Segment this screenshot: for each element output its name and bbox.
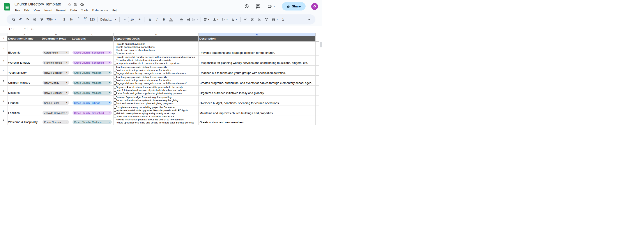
chip-dropdown-arrow[interactable]: ▼ [108,102,110,104]
undo-button[interactable]: ↶ [17,16,24,23]
cell-location[interactable]: Grace Church - Springfield▼ [71,42,114,55]
insert-link-button[interactable] [242,16,249,23]
cell-description[interactable]: Maintains and improves church buildings … [199,106,316,116]
location-dropdown-chip[interactable]: Grace Church - Billings▼ [72,101,112,105]
header-cell-department-head[interactable]: Department Head [41,36,71,41]
cell-department-goals[interactable]: _Complete sanctuary remodeling project b… [114,106,199,116]
cell-description[interactable]: Responsible for planning weekly services… [199,55,316,66]
cell-department-head[interactable]: Aaron Nixon▼ [41,42,71,55]
comment-history-icon[interactable] [255,3,261,9]
column-header-e-selected[interactable]: E [199,33,316,36]
paint-format-button[interactable] [38,16,45,23]
format-percent-button[interactable]: % [68,16,75,23]
collapse-toolbar-button[interactable] [305,16,312,23]
cell-department-name[interactable]: Worship & Music [8,55,41,66]
cell-empty-f[interactable] [316,55,319,66]
cell-empty-f[interactable] [316,66,319,76]
chip-dropdown-arrow[interactable]: ▼ [66,102,68,104]
name-box[interactable]: E19 ▼ [0,27,26,31]
format-currency-button[interactable]: $ [61,16,68,23]
decrease-font-size-button[interactable]: − [121,16,128,23]
more-formats-button[interactable]: 123 [89,16,96,23]
increase-font-size-button[interactable]: + [136,16,143,23]
cell-department-head[interactable]: Francine Iglesia▼ [41,55,71,66]
cell-department-goals[interactable]: _Develop 3-year budget forecast to guide… [114,96,199,106]
cell-location[interactable]: Grace Church - Madison▼ [71,76,114,86]
location-dropdown-chip[interactable]: Grace Church - Madison▼ [72,71,112,75]
menu-insert[interactable]: Insert [42,8,54,13]
location-dropdown-chip[interactable]: Grace Church - Madison▼ [72,91,112,95]
decrease-decimal-button[interactable]: .0← [75,16,82,23]
cell-department-name[interactable]: Eldership [8,42,41,55]
row-header-9[interactable]: 9 [0,116,8,125]
font-select[interactable]: Defaul...▼ [99,16,118,23]
header-cell-department-goals[interactable]: Department Goals [114,36,199,41]
font-size-input[interactable]: 10 [128,17,136,22]
cell-description[interactable]: Creates programs, curriculum, and events… [199,76,316,86]
cell-description[interactable]: Provides leadership and strategic direct… [199,42,316,55]
cell-department-goals[interactable]: _Provide impactful Sunday services with … [114,55,199,66]
redo-button[interactable]: ↷ [24,16,31,23]
horizontal-align-button[interactable]: ▼ [202,16,211,23]
table-views-button[interactable]: ▼ [270,16,280,23]
cell-description[interactable]: Organizes outreach initiatives locally a… [199,86,316,96]
formula-input[interactable] [34,26,322,32]
column-header-b[interactable]: B [41,33,71,36]
chip-dropdown-arrow[interactable]: ▼ [66,52,68,53]
insert-comment-button[interactable] [249,16,256,23]
fill-color-button[interactable] [178,16,185,23]
department-head-dropdown-chip[interactable]: Harwilll Bricksey▼ [42,71,69,75]
chip-dropdown-arrow[interactable]: ▼ [66,72,68,73]
cell-department-goals[interactable]: _Teach age-appropriate biblical lessons … [114,66,199,76]
chip-dropdown-arrow[interactable]: ▼ [66,82,68,84]
chip-dropdown-arrow[interactable]: ▼ [108,112,110,114]
cell-empty-f[interactable] [316,86,319,96]
cell-description[interactable]: Oversees budget, donations, spending for… [199,96,316,106]
header-cell-department-name[interactable]: Department Name [8,36,41,41]
print-button[interactable] [31,16,38,23]
column-header-c[interactable]: C [71,33,114,36]
chip-dropdown-arrow[interactable]: ▼ [66,121,68,123]
cell-department-head[interactable]: Zenaida Cervantes▼ [41,106,71,116]
vertical-align-button[interactable]: ▼ [211,16,220,23]
increase-decimal-button[interactable]: .00→ [82,16,89,23]
share-button[interactable]: Share [282,2,306,10]
location-dropdown-chip[interactable]: Grace Church - Madison▼ [72,81,112,85]
column-header-a[interactable]: A [8,33,41,36]
sheets-logo-icon[interactable] [4,3,10,11]
cell-department-goals[interactable]: _Organize 4 local outreach events this y… [114,86,199,96]
cell-location[interactable]: Grace Church - Springfield▼ [71,55,114,66]
row-header-3[interactable]: 3 [0,55,8,66]
vertical-scrollbar[interactable] [319,32,322,125]
cell-empty-f[interactable] [316,96,319,106]
cell-location[interactable]: Grace Church - Madison▼ [71,116,114,125]
row-header-5[interactable]: 5 [0,76,8,86]
chip-dropdown-arrow[interactable]: ▼ [66,62,68,63]
location-dropdown-chip[interactable]: Grace Church - Springfield▼ [72,111,112,115]
cell-department-name[interactable]: Children Ministry [8,76,41,86]
cell-location[interactable]: Grace Church - Billings▼ [71,96,114,106]
cell-department-head[interactable]: Shaine Fuller▼ [41,96,71,106]
strikethrough-button[interactable]: S [160,16,167,23]
header-cell-locations[interactable]: Locations [71,36,114,41]
cell-location[interactable]: Grace Church - Madison▼ [71,66,114,76]
row-header-1[interactable]: 1 [0,36,8,41]
cell-department-name[interactable]: Missions [8,86,41,96]
scrollbar-thumb[interactable] [320,42,322,47]
cell-department-head[interactable]: Roary Moody▼ [41,76,71,86]
menu-data[interactable]: Data [68,8,79,13]
text-wrap-button[interactable]: ▼ [220,16,230,23]
department-head-dropdown-chip[interactable]: Shaine Fuller▼ [42,101,69,105]
cell-department-head[interactable]: Xenos Norman▼ [41,116,71,125]
cell-department-name[interactable]: Welcome & Hospitality [8,116,41,125]
row-header-7[interactable]: 7 [0,96,8,106]
menu-help[interactable]: Help [110,8,120,13]
cell-department-name[interactable]: Youth Ministry [8,66,41,76]
chip-dropdown-arrow[interactable]: ▼ [108,82,110,84]
menu-view[interactable]: View [32,8,42,13]
row-header-4[interactable]: 4 [0,66,8,76]
cell-description[interactable]: Greets visitors and new members. [199,116,316,125]
cell-department-head[interactable]: Harwilll Bricksey▼ [41,86,71,96]
text-rotation-button[interactable]: ▼ [230,16,239,23]
cell-location[interactable]: Grace Church - Springfield▼ [71,106,114,116]
